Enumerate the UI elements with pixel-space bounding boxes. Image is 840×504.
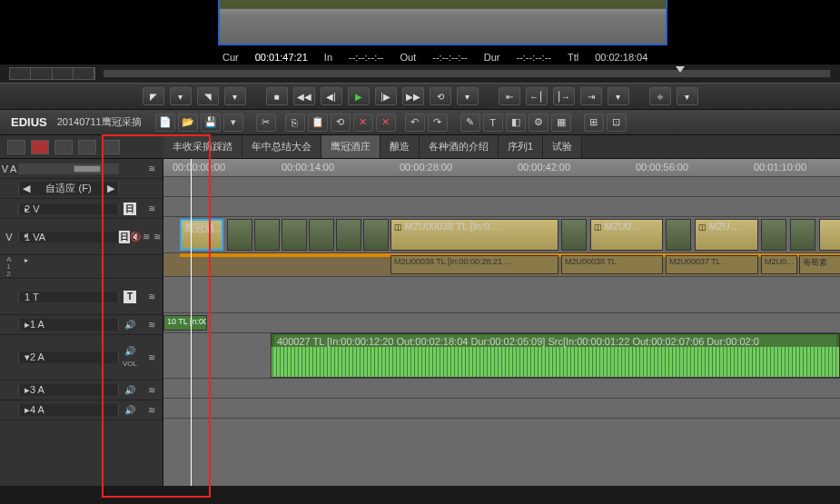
track-header-va1[interactable]: V 1 VA▸ 日🔇 ≋≋ [0, 219, 163, 255]
export-button[interactable]: ⎆ [649, 87, 671, 105]
delete-button[interactable]: ✕ [376, 114, 396, 132]
toggle-2-button[interactable]: ⊡ [607, 114, 627, 132]
clip-thumb[interactable] [254, 219, 280, 251]
open-button[interactable]: 📂 [178, 114, 198, 132]
seq-tab-1[interactable]: 年中总结大会 [242, 135, 321, 158]
dropdown-4[interactable]: ▾ [608, 87, 629, 105]
next-frame-button[interactable]: |▶ [375, 87, 397, 105]
shuttle-control[interactable] [9, 67, 95, 80]
clip-audio-10[interactable]: 10 TL [n:00:00… [163, 315, 207, 331]
scrub-playhead[interactable] [676, 66, 685, 73]
clip-thumb[interactable] [790, 219, 815, 251]
title-button[interactable]: T [483, 114, 503, 132]
transition-button[interactable]: ◧ [506, 114, 526, 132]
wave-icon[interactable]: ≋ [145, 351, 158, 364]
clip-thumb[interactable] [666, 219, 691, 251]
vol-label[interactable]: VOL [124, 358, 136, 371]
wave-icon[interactable]: ≋ [145, 203, 158, 215]
clip-thumb[interactable] [761, 219, 786, 251]
clip-m2u38[interactable]: ◫ M2U00038 TL [In:0… [390, 219, 558, 251]
new-button[interactable]: 📄 [155, 114, 175, 132]
replace-button[interactable]: ⟲ [331, 114, 351, 132]
scrub-track[interactable] [103, 69, 831, 78]
video-icon[interactable]: 日 [119, 231, 130, 243]
mode-group-icon[interactable] [102, 140, 120, 154]
clip-aud[interactable]: M2U00038 TL [561, 255, 663, 274]
redo-button[interactable]: ↷ [428, 114, 448, 132]
clip-thumb[interactable] [363, 219, 389, 251]
undo-button[interactable]: ↶ [405, 114, 425, 132]
goto-in-button[interactable]: ⇤ [499, 87, 520, 105]
track-t1[interactable] [163, 277, 840, 313]
dropdown-5[interactable]: ▾ [677, 87, 698, 105]
wave-icon[interactable]: ≋ [145, 291, 158, 303]
wave-icon[interactable]: ≋ [152, 231, 163, 243]
wave-icon[interactable]: ≋ [145, 319, 158, 331]
toggle-1-button[interactable]: ⊞ [584, 114, 604, 132]
clip-m2u[interactable]: ◫ M2U0… [590, 219, 663, 251]
effects-button[interactable]: ⚙ [529, 114, 548, 132]
track-a2[interactable]: 400027 TL [In:00:00:12:20 Out:00:02:18:0… [163, 333, 840, 379]
track-header-a2[interactable]: ▾2 A 🔊VOL ≋ [0, 335, 163, 380]
dropdown-save[interactable]: ▾ [223, 114, 243, 132]
clip-m2u[interactable]: ◫ M2U… [695, 219, 758, 251]
stop-button[interactable]: ■ [266, 87, 288, 105]
clip-audio-400027[interactable]: 400027 TL [In:00:00:12:20 Out:00:02:18:0… [271, 333, 840, 378]
clip-aud-m2u38[interactable]: M2U00038 TL [In:00:00:28:21 … [390, 255, 558, 274]
paste-button[interactable]: 📋 [308, 114, 328, 132]
seq-tab-3[interactable]: 酿造 [380, 135, 420, 158]
mode-link-icon[interactable] [78, 140, 96, 154]
fast-forward-button[interactable]: ▶▶ [402, 87, 424, 105]
wave-icon[interactable]: ≋ [145, 404, 158, 417]
mute-icon[interactable]: 🔇 [130, 231, 141, 243]
track-va1[interactable]: 鹰冠酒… ◫ M2U00038 TL [In:0… ◫ M2U0… ◫ M2U… [163, 217, 840, 253]
clip-aud[interactable]: M2U00037 TL [666, 255, 758, 274]
wave-icon[interactable]: ≋ [145, 163, 158, 175]
track-a3[interactable] [163, 379, 840, 399]
track-header-a12[interactable]: A12 ▸ [0, 255, 163, 279]
save-button[interactable]: 💾 [201, 114, 221, 132]
fit-label[interactable]: 自适应 (F) [45, 182, 91, 195]
track-v2[interactable] [163, 177, 840, 197]
mode-multicam-icon[interactable] [54, 140, 73, 154]
seq-tab-4[interactable]: 各种酒的介绍 [420, 135, 499, 158]
mode-normal-icon[interactable] [7, 140, 25, 154]
speaker-icon[interactable]: 🔊 [124, 319, 136, 331]
title-icon[interactable]: T [124, 291, 136, 303]
layout-button[interactable]: ▦ [551, 114, 571, 132]
track-va1-audio[interactable]: M2U00038 TL [In:00:00:28:21 … M2U00038 T… [163, 253, 840, 277]
set-in-button[interactable]: ◤ [143, 87, 164, 105]
clip-selected[interactable]: 鹰冠酒… [180, 219, 223, 251]
copy-button[interactable]: ⎘ [285, 114, 305, 132]
clip-aud[interactable]: 葡萄素 [799, 255, 840, 274]
next-edit-button[interactable]: ⎮→ [553, 87, 575, 105]
wave-icon[interactable]: ≋ [141, 231, 152, 243]
seq-tab-0[interactable]: 丰收采摘踩踏 [163, 135, 242, 158]
cut-button[interactable]: ✂ [256, 114, 276, 132]
prev-frame-button[interactable]: ◀| [321, 87, 342, 105]
clip-thumb[interactable] [309, 219, 334, 251]
prev-edit-button[interactable]: ←⎮ [526, 87, 548, 105]
track-a4[interactable] [163, 399, 840, 419]
wave-icon[interactable]: ≋ [145, 384, 158, 397]
video-icon[interactable]: 日 [124, 203, 136, 215]
clip-thumb[interactable] [819, 219, 840, 251]
edit-mode-button[interactable]: ✎ [460, 114, 480, 132]
fit-next[interactable]: ▶ [107, 183, 114, 194]
dropdown-2[interactable]: ▾ [224, 87, 246, 105]
dropdown-3[interactable]: ▾ [457, 87, 479, 105]
track-header-a4[interactable]: ▸4 A 🔊 ≋ [0, 400, 163, 420]
track-a1[interactable]: 10 TL [n:00:00… [163, 313, 840, 333]
seq-tab-6[interactable]: 试验 [543, 135, 582, 158]
set-out-button[interactable]: ◥ [197, 87, 219, 105]
track-header-a3[interactable]: ▸3 A 🔊 ≋ [0, 380, 163, 400]
clip-thumb[interactable] [282, 219, 307, 251]
track-header-t1[interactable]: 1 T T ≋ [0, 279, 163, 315]
fit-prev[interactable]: ◀ [23, 183, 30, 194]
clip-thumb[interactable] [561, 219, 587, 251]
track-header-a1[interactable]: ▸1 A 🔊 ≋ [0, 315, 163, 335]
track-v2-spacer[interactable] [163, 197, 840, 217]
loop-button[interactable]: ⟲ [430, 87, 451, 105]
goto-out-button[interactable]: ⇥ [580, 87, 602, 105]
ripple-delete-button[interactable]: ✕ [353, 114, 373, 132]
